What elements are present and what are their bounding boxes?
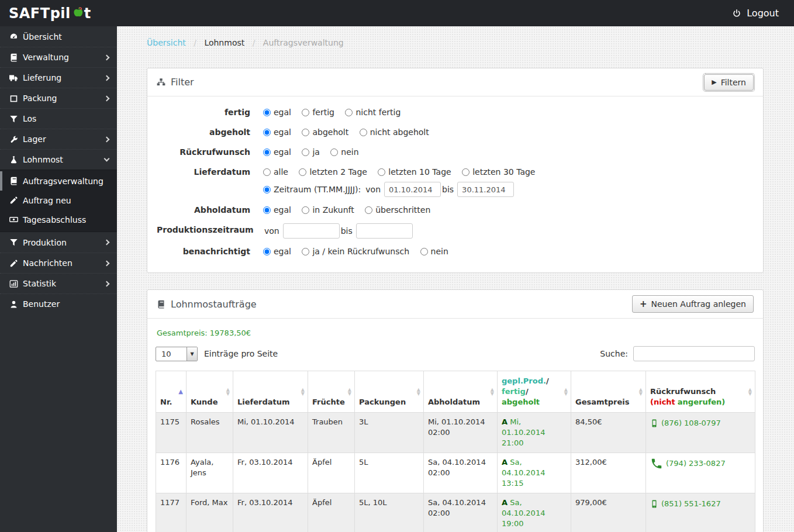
order-row-1177[interactable]: 1177 Ford, Max Fr, 03.10.2014 Äpfel 5L, …	[156, 493, 755, 532]
app-logo[interactable]: SAFTpil t	[0, 5, 91, 22]
column-header-fruechte[interactable]: Früchte▲▼	[308, 371, 355, 413]
radio-lieferdatum-30tage[interactable]	[462, 168, 470, 176]
breadcrumb-link-uebersicht[interactable]: Übersicht	[147, 38, 186, 47]
chevron-down-icon	[104, 156, 110, 162]
radio-abholdatum-zukunft[interactable]	[302, 206, 309, 214]
breadcrumb-page: Auftragsverwaltung	[263, 38, 344, 47]
radio-abgeholt-egal[interactable]	[263, 129, 271, 136]
main-content: Übersicht / Lohnmost / Auftragsverwaltun…	[117, 26, 794, 532]
radio-option-lieferdatum-10tage[interactable]: letzten 10 Tage	[378, 167, 451, 177]
radio-option-rueckruf-egal[interactable]: egal	[263, 147, 291, 157]
radio-option-abgeholt-nicht-abgeholt[interactable]: nicht abgeholt	[360, 127, 429, 137]
order-row-1176[interactable]: 1176 Ayala, Jens Fr, 03.10.2014 Äpfel 5L…	[156, 453, 755, 493]
sidebar-subitem-tagesabschluss[interactable]: Tagesabschluss	[0, 210, 117, 229]
phone-number-link[interactable]: (851) 551-1627	[661, 499, 721, 508]
sidebar-subitem-auftragsverwaltung[interactable]: Auftragsverwaltung	[0, 171, 117, 191]
sidebar-item-lohnmost[interactable]: Lohnmost	[0, 149, 117, 170]
radio-option-benachrichtigt-ja[interactable]: ja / kein Rückrufwunsch	[302, 247, 409, 256]
cell-fruechte: Äpfel	[308, 493, 355, 532]
radio-benachrichtigt-egal[interactable]	[263, 248, 271, 255]
radio-rueckruf-ja[interactable]	[302, 148, 309, 156]
sidebar-item-lieferung[interactable]: Lieferung	[0, 67, 117, 88]
column-header-abholdatum[interactable]: Abholdatum▲▼	[424, 371, 498, 413]
column-header-nr[interactable]: Nr.▲	[156, 371, 187, 413]
new-order-button[interactable]: + Neuen Auftrag anlegen	[632, 295, 754, 313]
order-row-1175[interactable]: 1175 Rosales Mi, 01.10.2014 Trauben 3L M…	[156, 413, 755, 453]
cell-planned-production: A Sa, 04.10.2014 19:00	[498, 493, 571, 532]
radio-option-benachrichtigt-nein[interactable]: nein	[420, 247, 448, 256]
column-header-packungen[interactable]: Packungen▲▼	[355, 371, 424, 413]
radio-option-abholdatum-egal[interactable]: egal	[263, 205, 291, 215]
filter-row-fertig: fertig egal fertig nicht fertig	[157, 106, 754, 119]
cell-nr: 1176	[156, 453, 187, 493]
orders-panel-title: Lohnmostaufträge	[157, 299, 257, 310]
radio-lieferdatum-zeitraum[interactable]	[263, 186, 271, 194]
sidebar-item-statistik[interactable]: Statistik	[0, 273, 117, 293]
radio-option-lieferdatum-zeitraum[interactable]: Zeitraum (TT.MM.JJJJ):	[263, 183, 361, 196]
lieferdatum-bis-input[interactable]	[457, 182, 514, 197]
radio-lieferdatum-alle[interactable]	[263, 168, 271, 176]
radio-rueckruf-egal[interactable]	[263, 148, 271, 156]
column-header-status[interactable]: gepl.Prod./ fertig/ abgeholt ▲▼	[498, 371, 571, 413]
sidebar-item-uebersicht[interactable]: Übersicht	[0, 26, 117, 47]
search-input[interactable]	[633, 346, 755, 361]
sidebar-item-nachrichten[interactable]: Nachrichten	[0, 253, 117, 273]
radio-rueckruf-nein[interactable]	[330, 148, 338, 156]
user-icon	[8, 300, 19, 309]
cell-packungen: 5L, 10L	[355, 493, 424, 532]
sidebar-subitem-auftrag-neu[interactable]: Auftrag neu	[0, 191, 117, 210]
phone-number-link[interactable]: (876) 108-0797	[661, 419, 721, 427]
lieferdatum-von-input[interactable]	[384, 182, 441, 197]
radio-fertig-nicht-fertig[interactable]	[345, 109, 353, 116]
filter-row-abgeholt: abgeholt egal abgeholt nicht abgeholt	[157, 126, 754, 139]
radio-option-abholdatum-zukunft[interactable]: in Zukunft	[302, 205, 354, 215]
column-header-lieferdatum[interactable]: Lieferdatum▲▼	[233, 371, 308, 413]
radio-abgeholt-nicht-abgeholt[interactable]	[360, 129, 367, 136]
radio-option-rueckruf-nein[interactable]: nein	[330, 147, 358, 157]
radio-option-lieferdatum-30tage[interactable]: letzten 30 Tage	[462, 167, 535, 177]
sidebar-item-lager[interactable]: Lager	[0, 129, 117, 149]
sidebar-item-los[interactable]: Los	[0, 108, 117, 129]
truck-icon	[8, 74, 19, 82]
radio-benachrichtigt-nein[interactable]	[420, 248, 428, 255]
radio-abgeholt-abgeholt[interactable]	[302, 129, 309, 136]
per-page-value: 10	[156, 350, 187, 358]
radio-option-rueckruf-ja[interactable]: ja	[302, 147, 319, 157]
radio-option-lieferdatum-alle[interactable]: alle	[263, 167, 288, 177]
radio-option-lieferdatum-2tage[interactable]: letzten 2 Tage	[299, 167, 367, 177]
phone-number-link[interactable]: (794) 233-0827	[666, 459, 726, 468]
radio-abholdatum-ueberschritten[interactable]	[365, 206, 372, 214]
column-header-rueckrufwunsch[interactable]: Rückrufwunsch (nichtangerufen) ▲▼	[646, 371, 755, 413]
sidebar-item-packung[interactable]: Packung	[0, 88, 117, 108]
radio-fertig-egal[interactable]	[263, 109, 271, 116]
radio-fertig-fertig[interactable]	[302, 109, 309, 116]
radio-option-abgeholt-abgeholt[interactable]: abgeholt	[302, 127, 348, 137]
logout-button[interactable]: Logout	[732, 8, 794, 19]
filter-panel-title: Filter	[157, 77, 194, 88]
filter-label-fertig: fertig	[157, 106, 250, 119]
per-page-select[interactable]: 10 ▼	[156, 347, 198, 361]
cell-lieferdatum: Fr, 03.10.2014	[233, 493, 308, 532]
produktion-bis-input[interactable]	[356, 223, 413, 239]
radio-abholdatum-egal[interactable]	[263, 206, 271, 214]
radio-option-fertig-nicht-fertig[interactable]: nicht fertig	[345, 108, 401, 117]
sidebar-item-produktion[interactable]: Produktion	[0, 232, 117, 253]
radio-option-fertig-egal[interactable]: egal	[263, 108, 291, 117]
column-header-gesamtpreis[interactable]: Gesamtpreis▲▼	[571, 371, 646, 413]
radio-option-benachrichtigt-egal[interactable]: egal	[263, 247, 291, 256]
radio-lieferdatum-10tage[interactable]	[378, 168, 385, 176]
lohnmost-submenu: Auftragsverwaltung Auftrag neu Tagesabsc…	[0, 170, 117, 232]
filtern-button[interactable]: ▶ Filtern	[704, 74, 754, 91]
radio-option-abholdatum-ueberschritten[interactable]: überschritten	[365, 205, 430, 215]
column-header-kunde[interactable]: Kunde▲▼	[187, 371, 233, 413]
book-icon	[157, 300, 165, 309]
flask-icon	[8, 156, 19, 164]
sidebar-item-benutzer[interactable]: Benutzer	[0, 293, 117, 314]
radio-lieferdatum-2tage[interactable]	[299, 168, 306, 176]
radio-option-fertig-fertig[interactable]: fertig	[302, 108, 334, 117]
radio-option-abgeholt-egal[interactable]: egal	[263, 127, 291, 137]
produktion-von-input[interactable]	[283, 223, 340, 239]
radio-benachrichtigt-ja[interactable]	[302, 248, 309, 255]
cell-lieferdatum: Mi, 01.10.2014	[233, 413, 308, 453]
sidebar-item-verwaltung[interactable]: Verwaltung	[0, 47, 117, 67]
